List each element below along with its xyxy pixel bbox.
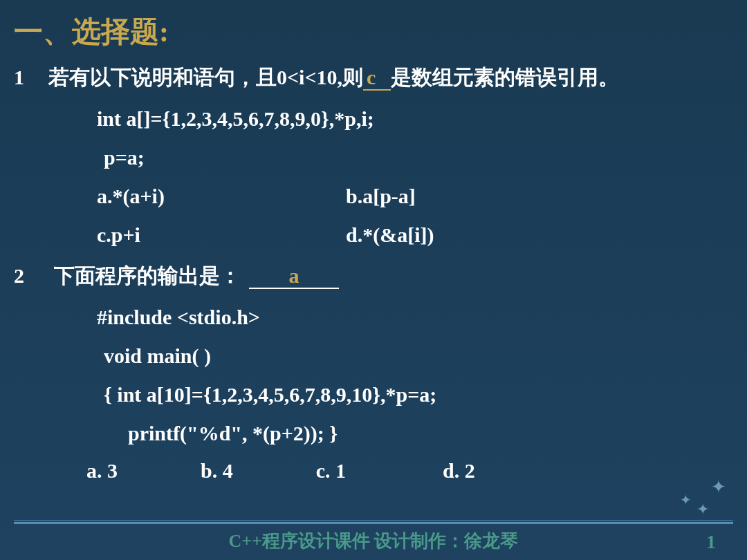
slide-content: 1 若有以下说明和语句，且0<i<10,则 c 是数组元素的错误引用。 int … (0, 51, 747, 483)
q2-option-d: d. 2 (443, 459, 475, 483)
q2-option-a: a. 3 (86, 459, 118, 483)
q1-code-line-2: p=a; (14, 146, 733, 169)
q2-number: 2 (14, 264, 48, 288)
q1-option-b: b.a[p-a] (346, 185, 733, 208)
q1-code-line-1: int a[]={1,2,3,4,5,6,7,8,9,0},*p,i; (14, 107, 733, 131)
star-decoration-icon: ✦ (680, 492, 692, 508)
q2-option-b: b. 4 (201, 459, 233, 483)
question-1-header: 1 若有以下说明和语句，且0<i<10,则 c 是数组元素的错误引用。 (14, 64, 733, 92)
footer-text: C++程序设计课件 设计制作：徐龙琴 (0, 529, 747, 553)
footer-divider (14, 522, 733, 524)
q1-option-a: a.*(a+i) (97, 185, 346, 208)
star-decoration-icon: ✦ (697, 501, 709, 519)
q1-answer: c (367, 66, 376, 88)
slide-title: 一、选择题: (0, 0, 747, 51)
q2-text: 下面程序的输出是： (54, 264, 241, 287)
q2-options-row: a. 3 b. 4 c. 1 d. 2 (14, 459, 733, 483)
q2-code-line-3: { int a[10]={1,2,3,4,5,6,7,8,9,10},*p=a; (14, 383, 733, 407)
star-decoration-icon: ✦ (711, 476, 726, 498)
question-2-header: 2 下面程序的输出是： a (14, 262, 733, 290)
q2-answer: a (289, 264, 299, 287)
q1-number: 1 (14, 66, 48, 89)
page-number: 1 (706, 531, 716, 553)
q1-options-row-2: c.p+i d.*(&a[i]) (14, 223, 733, 247)
q2-option-c: c. 1 (316, 459, 346, 483)
q2-code-line-1: #include <stdio.h> (14, 306, 733, 329)
q2-code-line-4: printf("%d", *(p+2)); } (14, 422, 733, 445)
q1-answer-blank: c (363, 66, 391, 91)
q1-text-before: 若有以下说明和语句，且0<i<10,则 (48, 64, 363, 92)
q2-answer-blank: a (249, 264, 339, 289)
q1-option-d: d.*(&a[i]) (346, 223, 733, 247)
q1-option-c: c.p+i (97, 223, 346, 247)
q1-options-row-1: a.*(a+i) b.a[p-a] (14, 185, 733, 208)
q1-text-after: 是数组元素的错误引用 (391, 64, 598, 92)
q2-code-line-2: void main( ) (14, 344, 733, 368)
